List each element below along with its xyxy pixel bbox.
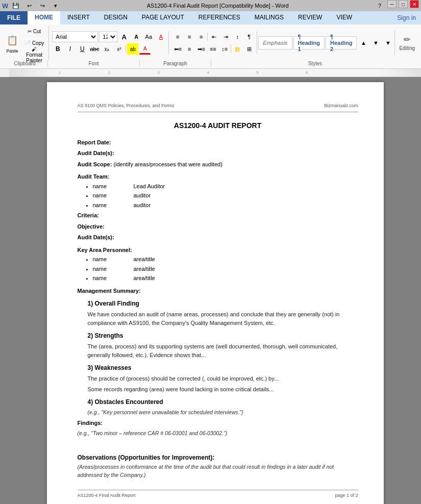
document-title: AS1200-4 AUDIT REPORT xyxy=(78,120,358,131)
section-1-num: 1) xyxy=(88,300,93,307)
key-personnel-list: namearea/title namearea/title namearea/t… xyxy=(93,255,358,283)
key-personnel-label: Key Area Personnel: xyxy=(78,246,358,255)
section-1-heading: Overall Finding xyxy=(95,300,139,307)
section-4-title: 4) Obstacles Encountered xyxy=(88,397,358,407)
tab-mailings[interactable]: MAILINGS xyxy=(247,11,291,24)
tab-review[interactable]: REVIEW xyxy=(291,11,329,24)
document-area: AS 9100 QMS Policies, Procedures, and Fo… xyxy=(0,77,421,504)
show-marks-button[interactable]: ¶ xyxy=(243,31,255,42)
align-right-button[interactable]: ➡≡ xyxy=(195,43,207,55)
criteria-label: Criteria: xyxy=(78,212,99,218)
list-item: namearea/title xyxy=(93,255,358,264)
clipboard-label: Clipboard xyxy=(2,61,48,66)
ruler-mark-4: 4 xyxy=(207,70,209,75)
tab-references[interactable]: REFERENCES xyxy=(191,11,247,24)
quick-access-more-button[interactable]: ▾ xyxy=(50,0,61,11)
tab-view[interactable]: VIEW xyxy=(329,11,359,24)
audit-team-label: Audit Team: xyxy=(78,172,358,181)
italic-button[interactable]: I xyxy=(64,43,76,55)
quick-save-button[interactable]: 💾 xyxy=(10,0,21,11)
line-spacing-button[interactable]: ↕≡ xyxy=(219,43,230,55)
decrease-indent-button[interactable]: ⇤ xyxy=(208,31,219,42)
footer-right: page 1 of 2 xyxy=(335,492,358,499)
bullets-button[interactable]: ≡ xyxy=(172,31,183,42)
section-3-body2: Some records regarding (area) were found… xyxy=(88,385,358,394)
font-color-button[interactable]: A xyxy=(139,43,151,55)
section-1-title: 1) Overall Finding xyxy=(88,299,358,308)
tab-insert[interactable]: INSERT xyxy=(60,11,97,24)
title-bar-controls: ? ─ □ ✕ xyxy=(374,0,419,11)
ruler-mark-3: 3 xyxy=(158,70,160,75)
bold-button[interactable]: B xyxy=(52,43,63,55)
styles-expand[interactable]: ▼ xyxy=(382,37,393,48)
clear-format-button[interactable]: A xyxy=(155,31,166,42)
paste-button[interactable]: 📋 xyxy=(4,32,20,48)
font-case-button[interactable]: Aa xyxy=(143,31,154,42)
justify-button[interactable]: ≡≡ xyxy=(207,43,218,55)
redo-button[interactable]: ↪ xyxy=(37,0,48,11)
paragraph-label: Paragraph xyxy=(140,61,211,66)
border-button[interactable]: ⊞ xyxy=(243,43,255,55)
tab-file[interactable]: FILE xyxy=(0,11,28,24)
shading-button[interactable]: ▩ xyxy=(232,43,243,55)
word-app-icon: W xyxy=(2,2,8,10)
styles-scroll-up[interactable]: ▲ xyxy=(358,37,369,48)
editing-badge: ✏ Editing xyxy=(394,30,419,56)
observations-body: (Areas/processes in conformance at the t… xyxy=(78,463,358,480)
font-shrink-button[interactable]: A xyxy=(131,31,142,42)
sort-button[interactable]: ↕ xyxy=(232,31,243,42)
styles-group: Emphasis ¶ Heading 1 ¶ Heading 2 ▲ ▼ ▼ xyxy=(258,36,393,49)
help-button[interactable]: ? xyxy=(374,0,385,11)
align-center-button[interactable]: ≡ xyxy=(184,43,195,55)
subscript-button[interactable]: x₂ xyxy=(101,43,112,55)
restore-button[interactable]: □ xyxy=(399,0,408,8)
paragraph-group: ≡ ≡ ≡ ⇤ ⇥ ↕ ¶ ⬅≡ ≡ ➡≡ ≡≡ ↕≡ ▩ xyxy=(170,31,257,55)
ribbon-toolbar: 📋 Paste ✂ Cut 📄 Copy 🖌 Format Painter Ar… xyxy=(0,24,421,69)
font-family-select[interactable]: Arial xyxy=(52,31,98,42)
ruler-mark-5: 5 xyxy=(256,70,258,75)
close-button[interactable]: ✕ xyxy=(410,0,419,8)
font-label: Font xyxy=(48,61,140,66)
align-left-button[interactable]: ⬅≡ xyxy=(172,43,183,55)
audit-team-list: nameLead Auditor nameauditor nameauditor xyxy=(93,182,358,210)
style-heading2[interactable]: ¶ Heading 2 xyxy=(326,36,357,49)
footer-left: AS1200-4 Final Audit Report xyxy=(78,492,136,499)
signin-button[interactable]: Sign in xyxy=(392,11,421,24)
style-heading1[interactable]: ¶ Heading 1 xyxy=(293,36,325,49)
tab-home[interactable]: HOME xyxy=(28,11,60,24)
ruler-mark-1: 1 xyxy=(59,70,61,75)
tab-design[interactable]: DESIGN xyxy=(97,11,135,24)
cut-button[interactable]: ✂ Cut xyxy=(22,26,46,37)
ruler-mark-6: 6 xyxy=(306,70,308,75)
text-highlight-button[interactable]: ab xyxy=(127,43,138,55)
style-emphasis[interactable]: Emphasis xyxy=(258,36,292,49)
font-size-select[interactable]: 12 xyxy=(99,31,117,42)
strikethrough-button[interactable]: abc xyxy=(89,43,100,55)
section-3-heading: Weaknesses xyxy=(95,364,132,371)
list-item: namearea/title xyxy=(93,274,358,283)
ruler: 1 2 3 4 5 6 xyxy=(9,69,421,77)
tab-page-layout[interactable]: PAGE LAYOUT xyxy=(135,11,191,24)
list-item: namearea/title xyxy=(93,265,358,273)
numbering-button[interactable]: ≡ xyxy=(184,31,195,42)
styles-scroll-down[interactable]: ▼ xyxy=(370,37,381,48)
title-bar-left: W 💾 ↩ ↪ ▾ xyxy=(2,0,61,11)
section-2-title: 2) Strengths xyxy=(88,331,358,340)
section-3-title: 3) Weaknesses xyxy=(88,363,358,372)
objective-field: Objective: xyxy=(78,222,358,231)
document-page[interactable]: AS 9100 QMS Policies, Procedures, and Fo… xyxy=(47,82,384,504)
multilevel-list-button[interactable]: ≡ xyxy=(195,31,207,42)
superscript-button[interactable]: x² xyxy=(113,43,125,55)
undo-button[interactable]: ↩ xyxy=(23,0,35,11)
minimize-button[interactable]: ─ xyxy=(387,0,397,8)
ruler-mark-2: 2 xyxy=(108,70,110,75)
section-3-num: 3) xyxy=(88,364,93,371)
increase-indent-button[interactable]: ⇥ xyxy=(220,31,231,42)
audit-dates-field: Audit Date(s): xyxy=(78,149,358,158)
format-painter-button[interactable]: 🖌 Format Painter xyxy=(22,49,46,60)
toolbar-labels: Clipboard Font Paragraph Styles xyxy=(2,61,419,67)
paste-label: Paste xyxy=(6,48,18,54)
font-grow-button[interactable]: A xyxy=(118,31,130,42)
styles-label: Styles xyxy=(211,61,419,66)
underline-button[interactable]: U xyxy=(77,43,88,55)
